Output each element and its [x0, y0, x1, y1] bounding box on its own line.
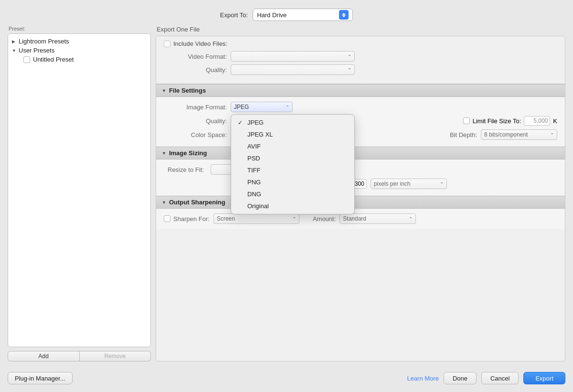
sharpen-check: Sharpen For: — [164, 215, 210, 222]
right-panel: Export One File Include Video Files: Vid… — [156, 26, 565, 361]
dropdown-item-png[interactable]: PNG — [231, 176, 354, 188]
stepper-down-icon — [342, 15, 346, 17]
sidebar: Preset: ▶ Lightroom Presets ▼ User Prese… — [8, 26, 156, 361]
resolution-unit-select[interactable]: pixels per inch ⌃ — [371, 179, 447, 189]
output-sharpening-content: Sharpen For: Screen ⌃ Amount: Standard ⌃ — [156, 209, 565, 229]
lightroom-presets-label: Lightroom Presets — [19, 38, 69, 45]
output-sharpening-header[interactable]: ▼ Output Sharpening — [156, 196, 565, 209]
sharpen-for-select[interactable]: Screen ⌃ — [213, 213, 299, 224]
amount-select[interactable]: Standard ⌃ — [340, 213, 416, 224]
untitled-preset-checkbox[interactable] — [23, 56, 30, 63]
sharpen-for-label: Sharpen For: — [173, 215, 210, 222]
output-sharpening-title: Output Sharpening — [169, 199, 225, 206]
sharpen-for-value: Screen — [217, 215, 235, 222]
dropdown-item-original[interactable]: Original — [231, 200, 354, 212]
learn-more-link[interactable]: Learn More — [407, 375, 438, 382]
include-video-checkbox[interactable] — [164, 41, 170, 47]
video-quality-select[interactable]: ⌃ — [231, 64, 355, 75]
limit-file-unit: K — [553, 117, 557, 125]
image-format-chevron: ⌃ — [286, 105, 289, 110]
dropdown-item-tiff[interactable]: TIFF — [231, 164, 354, 176]
sharpen-for-chevron: ⌃ — [292, 216, 296, 222]
top-bar: Export To: Hard Drive — [0, 0, 573, 26]
dropdown-item-jpeg-xl[interactable]: JPEG XL — [231, 128, 354, 140]
file-settings-header[interactable]: ▼ File Settings — [156, 84, 565, 97]
resolution-row: megapixels Resolution: pixels per inch ⌃ — [164, 179, 557, 189]
bottom-right: Learn More Done Cancel Export — [407, 372, 565, 384]
sharpen-row: Sharpen For: Screen ⌃ Amount: Standard ⌃ — [164, 213, 557, 224]
stepper-up-icon — [342, 13, 346, 15]
bit-depth-select[interactable]: 8 bits/component ⌃ — [481, 129, 557, 140]
video-format-chevron: ⌃ — [348, 54, 351, 59]
file-settings-title: File Settings — [169, 87, 206, 94]
dropdown-label-jpeg-xl: JPEG XL — [247, 131, 273, 138]
remove-button[interactable]: Remove — [80, 351, 151, 361]
resolution-unit-value: pixels per inch — [374, 180, 411, 187]
video-section: Include Video Files: Video Format: ⌃ Qua… — [156, 36, 565, 84]
sidebar-item-lightroom-presets[interactable]: ▶ Lightroom Presets — [8, 37, 150, 46]
dropdown-label-original: Original — [247, 202, 269, 210]
amount-chevron: ⌃ — [409, 216, 413, 222]
sharpen-checkbox[interactable] — [164, 215, 170, 222]
add-button[interactable]: Add — [8, 351, 80, 361]
resize-row: Resize to Fit: ⌃ Don't Enlarge — [164, 164, 557, 175]
sidebar-content: ▶ Lightroom Presets ▼ User Presets Untit… — [8, 33, 151, 347]
image-sizing-triangle: ▼ — [162, 151, 166, 156]
preset-label: Preset: — [8, 26, 151, 32]
bottom-bar: Plug-in Manager... Learn More Done Cance… — [0, 366, 573, 392]
cancel-button[interactable]: Cancel — [481, 372, 519, 384]
dropdown-label-tiff: TIFF — [247, 167, 260, 174]
include-video-label: Include Video Files: — [173, 40, 227, 47]
untitled-preset-label: Untitled Preset — [33, 56, 74, 63]
export-stepper-icon — [339, 10, 349, 20]
sidebar-actions: Add Remove — [8, 351, 151, 361]
limit-file-checkbox[interactable] — [463, 117, 470, 124]
file-settings-content: Image Format: JPEG ⌃ ✓ JPEG JPEG X — [156, 97, 565, 147]
panel-scroll: Include Video Files: Video Format: ⌃ Qua… — [156, 36, 565, 361]
limit-file-label: Limit File Size To: — [473, 117, 521, 125]
dropdown-label-jpeg: JPEG — [247, 119, 264, 126]
bit-depth-row: Bit Depth: 8 bits/component ⌃ — [431, 129, 557, 140]
image-format-value: JPEG — [234, 104, 249, 110]
dropdown-label-png: PNG — [247, 179, 261, 186]
file-settings-triangle: ▼ — [162, 88, 166, 93]
image-format-label: Image Format: — [164, 104, 231, 111]
video-format-select[interactable]: ⌃ — [231, 51, 355, 62]
video-quality-label: Quality: — [164, 66, 231, 74]
video-quality-row: Quality: ⌃ — [164, 64, 557, 75]
user-presets-label: User Presets — [19, 47, 54, 54]
video-format-row: Video Format: ⌃ — [164, 51, 557, 62]
export-to-label: Export To: — [220, 11, 248, 19]
image-sizing-title: Image Sizing — [169, 149, 207, 157]
color-space-row: Color Space: ⌃ Bit Depth: 8 bits/compone… — [164, 129, 557, 140]
output-sharpening-triangle: ▼ — [162, 200, 166, 205]
export-one-file-label: Export One File — [157, 26, 565, 36]
resize-to-fit-label: Resize to Fit: — [168, 166, 204, 173]
dropdown-item-dng[interactable]: DNG — [231, 188, 354, 200]
main-layout: Preset: ▶ Lightroom Presets ▼ User Prese… — [0, 26, 573, 366]
video-quality-chevron: ⌃ — [348, 67, 351, 73]
dropdown-item-avif[interactable]: AVIF — [231, 140, 354, 152]
image-format-row: Image Format: JPEG ⌃ ✓ JPEG JPEG X — [164, 102, 557, 112]
image-sizing-content: Resize to Fit: ⌃ Don't Enlarge megapixel… — [156, 159, 565, 196]
sidebar-item-untitled-preset[interactable]: Untitled Preset — [8, 55, 150, 64]
amount-value: Standard — [343, 215, 366, 222]
resolution-unit-chevron: ⌃ — [440, 181, 444, 187]
dropdown-item-psd[interactable]: PSD — [231, 152, 354, 164]
limit-file-input[interactable] — [524, 116, 550, 126]
sidebar-item-user-presets[interactable]: ▼ User Presets — [8, 46, 150, 55]
export-to-value: Hard Drive — [257, 11, 286, 19]
dropdown-label-avif: AVIF — [247, 143, 261, 150]
dropdown-label-dng: DNG — [247, 191, 261, 198]
export-to-select[interactable]: Hard Drive — [253, 9, 353, 21]
plugin-manager-button[interactable]: Plug-in Manager... — [8, 372, 73, 384]
export-button[interactable]: Export — [523, 372, 565, 384]
image-format-select[interactable]: JPEG ⌃ — [231, 102, 293, 112]
quality-row: Quality: 80 Limit File Size To: K — [164, 116, 557, 126]
dropdown-item-jpeg[interactable]: ✓ JPEG — [231, 117, 354, 128]
done-button[interactable]: Done — [444, 372, 477, 384]
limit-file-check: Limit File Size To: K — [463, 116, 557, 126]
check-icon-jpeg: ✓ — [238, 119, 247, 126]
image-sizing-header[interactable]: ▼ Image Sizing — [156, 147, 565, 159]
image-format-dropdown: ✓ JPEG JPEG XL AVIF — [231, 114, 355, 214]
